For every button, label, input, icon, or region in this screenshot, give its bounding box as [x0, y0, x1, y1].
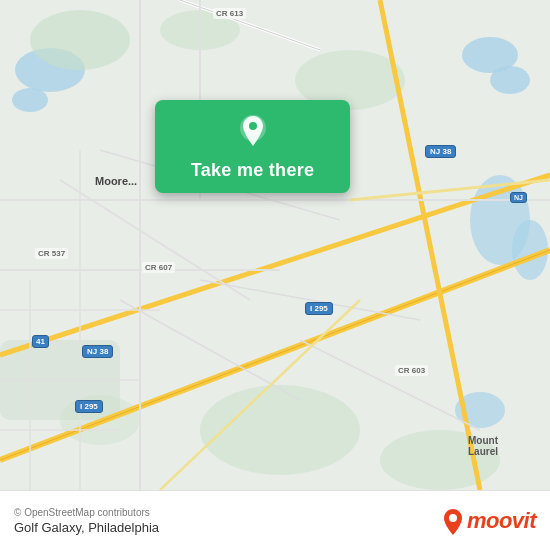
svg-point-41: [449, 514, 457, 522]
moovit-brand-text: moovit: [467, 508, 536, 534]
road-label-nj41: 41: [32, 335, 49, 348]
svg-point-2: [12, 88, 48, 112]
popup-card: Take me there: [155, 100, 350, 193]
svg-point-8: [30, 10, 130, 70]
town-label-moorestown: Moore...: [95, 175, 137, 187]
road-label-nj-right: NJ: [510, 192, 527, 203]
road-label-cr613: CR 613: [213, 8, 246, 19]
moovit-pin-icon: [439, 507, 467, 535]
road-label-i295-mid: I 295: [305, 302, 333, 315]
road-label-i295-bot: I 295: [75, 400, 103, 413]
take-me-there-button[interactable]: Take me there: [191, 160, 315, 181]
moovit-logo: moovit: [439, 507, 536, 535]
town-label-mount-laurel: MountLaurel: [468, 435, 498, 457]
bottom-bar: © OpenStreetMap contributors Golf Galaxy…: [0, 490, 550, 550]
road-label-nj38-bot: NJ 38: [82, 345, 113, 358]
location-text: Golf Galaxy, Philadelphia: [14, 520, 159, 535]
road-label-cr607: CR 607: [142, 262, 175, 273]
attribution-text: © OpenStreetMap contributors: [14, 507, 159, 518]
svg-point-40: [249, 122, 257, 130]
map-container: CR 613 NJ 38 NJ 38 CR 537 CR 607 I 295 I…: [0, 0, 550, 490]
road-label-cr537: CR 537: [35, 248, 68, 259]
location-pin-icon: [235, 114, 271, 150]
road-label-nj38-top: NJ 38: [425, 145, 456, 158]
map-svg: [0, 0, 550, 490]
road-label-cr603: CR 603: [395, 365, 428, 376]
svg-point-4: [490, 66, 530, 94]
